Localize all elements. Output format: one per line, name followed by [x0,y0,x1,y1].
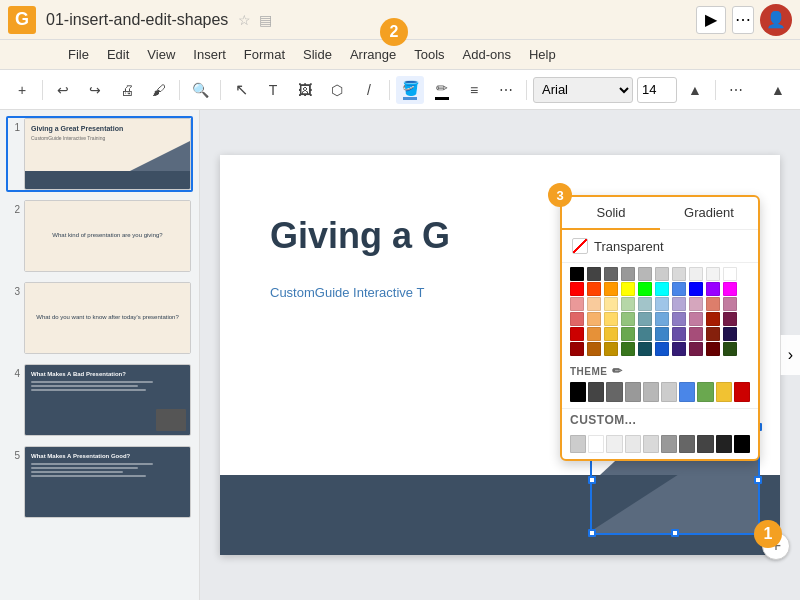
menu-file[interactable]: File [60,43,97,66]
undo-button[interactable]: ↩ [49,76,77,104]
star-icon[interactable]: ☆ [238,12,251,28]
color-cell[interactable] [723,297,737,311]
cursor-button[interactable]: ↖ [227,76,255,104]
color-cell[interactable] [706,327,720,341]
menu-slide[interactable]: Slide [295,43,340,66]
image-button[interactable]: 🖼 [291,76,319,104]
custom-color-cell[interactable] [643,435,659,453]
custom-color-cell[interactable] [716,435,732,453]
present-button[interactable]: ▶ [696,6,726,34]
theme-color-cell[interactable] [661,382,677,402]
color-cell[interactable] [570,342,584,356]
color-cell[interactable] [672,297,686,311]
custom-color-cell[interactable] [606,435,622,453]
color-cell[interactable] [638,297,652,311]
color-cell[interactable] [655,282,669,296]
border-weight-button[interactable]: ≡ [460,76,488,104]
color-cell[interactable] [570,327,584,341]
color-cell[interactable] [689,297,703,311]
zoom-button[interactable]: 🔍 [186,76,214,104]
theme-edit-icon[interactable]: ✏ [612,364,623,378]
menu-insert[interactable]: Insert [185,43,234,66]
color-cell[interactable] [621,342,635,356]
resize-handle-bl[interactable] [588,529,596,537]
slide-thumbnail-2[interactable]: 2 What kind of presentation are you givi… [6,198,193,274]
menu-edit[interactable]: Edit [99,43,137,66]
color-cell[interactable] [655,327,669,341]
color-cell[interactable] [655,267,669,281]
color-cell[interactable] [570,312,584,326]
custom-color-cell[interactable] [679,435,695,453]
color-cell[interactable] [655,297,669,311]
font-size-input[interactable] [637,77,677,103]
shape-button[interactable]: ⬡ [323,76,351,104]
color-cell[interactable] [706,282,720,296]
theme-color-cell[interactable] [679,382,695,402]
color-cell[interactable] [689,267,703,281]
more-button[interactable]: ⋯ [732,6,754,34]
color-cell[interactable] [672,327,686,341]
custom-color-cell[interactable] [570,435,586,453]
custom-color-cell[interactable] [588,435,604,453]
font-size-up[interactable]: ▲ [681,76,709,104]
line-color-button[interactable]: ✏ [428,76,456,104]
color-cell[interactable] [672,282,686,296]
paint-format-button[interactable]: 🖌 [145,76,173,104]
color-cell[interactable] [655,342,669,356]
custom-color-cell[interactable] [697,435,713,453]
color-cell[interactable] [570,297,584,311]
color-cell[interactable] [655,312,669,326]
menu-help[interactable]: Help [521,43,564,66]
color-cell[interactable] [706,342,720,356]
color-cell[interactable] [706,267,720,281]
color-cell[interactable] [604,297,618,311]
color-cell[interactable] [570,267,584,281]
color-cell[interactable] [638,342,652,356]
color-cell[interactable] [621,312,635,326]
color-cell[interactable] [570,282,584,296]
color-cell[interactable] [689,312,703,326]
color-cell[interactable] [689,342,703,356]
tab-gradient[interactable]: Gradient [660,197,758,229]
resize-handle-mr[interactable] [754,476,762,484]
menu-format[interactable]: Format [236,43,293,66]
color-cell[interactable] [587,282,601,296]
collapse-button[interactable]: ▲ [764,76,792,104]
color-cell[interactable] [723,327,737,341]
color-cell[interactable] [723,282,737,296]
color-cell[interactable] [638,282,652,296]
color-cell[interactable] [604,327,618,341]
color-cell[interactable] [587,342,601,356]
color-cell[interactable] [621,267,635,281]
color-cell[interactable] [723,267,737,281]
color-cell[interactable] [587,267,601,281]
color-cell[interactable] [672,312,686,326]
color-cell[interactable] [604,342,618,356]
slide-thumbnail-3[interactable]: 3 What do you want to know after today's… [6,280,193,356]
more-options[interactable]: ⋯ [722,76,750,104]
theme-color-cell[interactable] [716,382,732,402]
color-cell[interactable] [689,282,703,296]
slide-thumbnail-4[interactable]: 4 What Makes A Bad Presentation? [6,362,193,438]
line-button[interactable]: / [355,76,383,104]
print-button[interactable]: 🖨 [113,76,141,104]
color-cell[interactable] [706,297,720,311]
color-cell[interactable] [689,327,703,341]
theme-color-cell[interactable] [697,382,713,402]
border-dash-button[interactable]: ⋯ [492,76,520,104]
color-cell[interactable] [621,282,635,296]
add-button[interactable]: + [8,76,36,104]
custom-color-cell[interactable] [734,435,750,453]
color-cell[interactable] [638,267,652,281]
resize-handle-ml[interactable] [588,476,596,484]
theme-color-cell[interactable] [570,382,586,402]
theme-color-cell[interactable] [643,382,659,402]
text-button[interactable]: T [259,76,287,104]
menu-arrange[interactable]: Arrange [342,43,404,66]
color-cell[interactable] [638,312,652,326]
color-cell[interactable] [604,282,618,296]
color-cell[interactable] [706,312,720,326]
custom-colors-label[interactable]: CUSTOM... [562,408,758,433]
theme-color-cell[interactable] [625,382,641,402]
menu-view[interactable]: View [139,43,183,66]
